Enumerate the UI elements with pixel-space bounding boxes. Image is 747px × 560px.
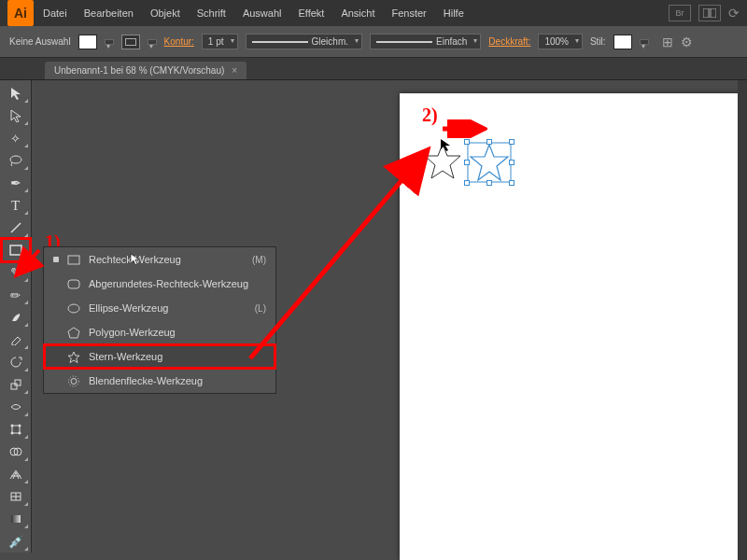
arrange-icon[interactable] xyxy=(698,5,721,21)
app-logo: Ai xyxy=(7,0,34,26)
deckkraft-label[interactable]: Deckkraft: xyxy=(488,36,530,47)
controlbar: Keine Auswahl Kontur: 1 pt Gleichm. Einf… xyxy=(0,26,747,58)
svg-point-27 xyxy=(69,376,79,386)
align-icon[interactable]: ⊞ xyxy=(662,35,673,49)
tool-gradient[interactable] xyxy=(2,508,30,530)
active-bullet-icon xyxy=(53,257,59,262)
polygon-icon xyxy=(66,325,81,340)
move-cursor-icon xyxy=(440,138,455,153)
brush-dropdown[interactable]: Einfach xyxy=(370,34,481,49)
svg-point-12 xyxy=(18,425,21,427)
menubar-right: Br ⟳ xyxy=(669,5,740,21)
flyout-label: Polygon-Werkzeug xyxy=(89,327,266,338)
tool-line[interactable] xyxy=(2,217,30,239)
menu-ansicht[interactable]: Ansicht xyxy=(333,4,382,22)
flyout-label: Rechteck-Werkzeug xyxy=(89,254,245,265)
tool-width[interactable] xyxy=(2,396,30,418)
svg-line-6 xyxy=(11,223,21,232)
stroke-dropdown[interactable] xyxy=(148,39,157,45)
shape-tool-flyout: Rechteck-Werkzeug (M) Abgerundetes-Recht… xyxy=(43,246,276,394)
svg-rect-0 xyxy=(703,8,709,18)
tool-rectangle[interactable] xyxy=(2,239,30,261)
stroke-profile-dropdown[interactable]: Gleichm. xyxy=(246,34,362,49)
selection-state-label: Keine Auswahl xyxy=(9,36,71,47)
tool-pen[interactable]: ✒ xyxy=(2,172,30,194)
fill-swatch[interactable] xyxy=(78,35,97,49)
flyout-shortcut: (L) xyxy=(255,303,266,314)
tool-free-transform[interactable] xyxy=(2,418,30,441)
flyout-label: Blendenflecke-Werkzeug xyxy=(89,375,266,386)
flyout-stern[interactable]: Stern-Werkzeug xyxy=(44,344,275,369)
tool-lasso[interactable] xyxy=(2,149,30,172)
flyout-label: Stern-Werkzeug xyxy=(89,351,266,362)
tabbar: Unbenannt-1 bei 68 % (CMYK/Vorschau) × xyxy=(0,58,747,80)
menu-schrift[interactable]: Schrift xyxy=(190,4,233,22)
tool-type[interactable]: T xyxy=(2,194,30,217)
sync-icon[interactable]: ⟳ xyxy=(728,6,740,21)
document-tab[interactable]: Unbenannt-1 bei 68 % (CMYK/Vorschau) × xyxy=(45,62,247,79)
cursor-icon xyxy=(130,253,140,266)
tool-shape-builder[interactable] xyxy=(2,441,30,463)
svg-rect-20 xyxy=(11,515,21,523)
menu-auswahl[interactable]: Auswahl xyxy=(235,4,289,22)
tool-direct-selection[interactable] xyxy=(2,105,30,127)
annotation-step-2: 2) xyxy=(422,105,438,126)
svg-marker-24 xyxy=(68,328,79,338)
panel-strip xyxy=(738,80,747,560)
flyout-ellipse[interactable]: Ellipse-Werkzeug (L) xyxy=(44,296,275,320)
tool-scale[interactable] xyxy=(2,373,30,396)
flyout-blendenflecke[interactable]: Blendenflecke-Werkzeug xyxy=(44,369,275,393)
flyout-abgerundetes-rechteck[interactable]: Abgerundetes-Rechteck-Werkzeug xyxy=(44,272,275,296)
flyout-rechteck[interactable]: Rechteck-Werkzeug (M) xyxy=(44,247,275,272)
star-shape-selected[interactable] xyxy=(467,142,512,183)
svg-rect-10 xyxy=(12,426,20,433)
svg-rect-3 xyxy=(468,143,511,182)
tool-paintbrush[interactable]: ✎ xyxy=(2,261,30,284)
svg-rect-1 xyxy=(711,8,716,18)
tool-rotate[interactable] xyxy=(2,351,30,373)
artboard[interactable] xyxy=(400,93,747,560)
svg-rect-7 xyxy=(10,245,21,255)
svg-marker-4 xyxy=(471,145,508,180)
tool-magic-wand[interactable]: ✧ xyxy=(2,127,30,149)
tool-blob-brush[interactable] xyxy=(2,306,30,329)
tool-perspective-grid[interactable] xyxy=(2,463,30,485)
menu-objekt[interactable]: Objekt xyxy=(143,4,188,22)
stroke-weight-dropdown[interactable]: 1 pt xyxy=(202,34,238,49)
menu-bearbeiten[interactable]: Bearbeiten xyxy=(77,4,141,22)
tool-eraser[interactable] xyxy=(2,329,30,351)
svg-rect-22 xyxy=(68,280,79,288)
svg-point-23 xyxy=(68,304,79,313)
stroke-swatch[interactable] xyxy=(121,35,140,49)
flare-icon xyxy=(66,373,81,388)
tool-eyedropper[interactable]: 💉 xyxy=(2,530,30,553)
menu-datei[interactable]: Datei xyxy=(35,4,75,22)
menubar: Ai Datei Bearbeiten Objekt Schrift Auswa… xyxy=(0,0,747,26)
bridge-icon[interactable]: Br xyxy=(669,5,691,21)
menu-hilfe[interactable]: Hilfe xyxy=(436,4,472,22)
svg-point-5 xyxy=(10,156,21,163)
fill-dropdown[interactable] xyxy=(105,39,114,45)
svg-rect-9 xyxy=(15,380,21,385)
tab-close-icon[interactable]: × xyxy=(232,65,237,76)
opacity-dropdown[interactable]: 100% xyxy=(538,34,583,49)
tool-selection[interactable] xyxy=(2,82,30,105)
flyout-shortcut: (M) xyxy=(252,255,266,265)
style-swatch[interactable] xyxy=(613,35,632,49)
kontur-label[interactable]: Kontur: xyxy=(164,36,194,47)
svg-point-11 xyxy=(10,425,13,427)
svg-point-13 xyxy=(10,432,13,435)
style-dropdown[interactable] xyxy=(640,39,649,45)
roundrect-icon xyxy=(66,276,81,291)
flyout-polygon[interactable]: Polygon-Werkzeug xyxy=(44,320,275,344)
svg-rect-8 xyxy=(11,384,17,389)
menu-effekt[interactable]: Effekt xyxy=(290,4,331,22)
ellipse-icon xyxy=(66,301,81,315)
flyout-label: Abgerundetes-Rechteck-Werkzeug xyxy=(89,278,266,289)
svg-point-26 xyxy=(71,378,77,384)
tool-pencil[interactable]: ✏ xyxy=(2,284,30,306)
menu-fenster[interactable]: Fenster xyxy=(384,4,433,22)
svg-point-14 xyxy=(18,432,21,435)
tool-mesh[interactable] xyxy=(2,485,30,508)
prefs-icon[interactable]: ⚙ xyxy=(681,35,693,49)
